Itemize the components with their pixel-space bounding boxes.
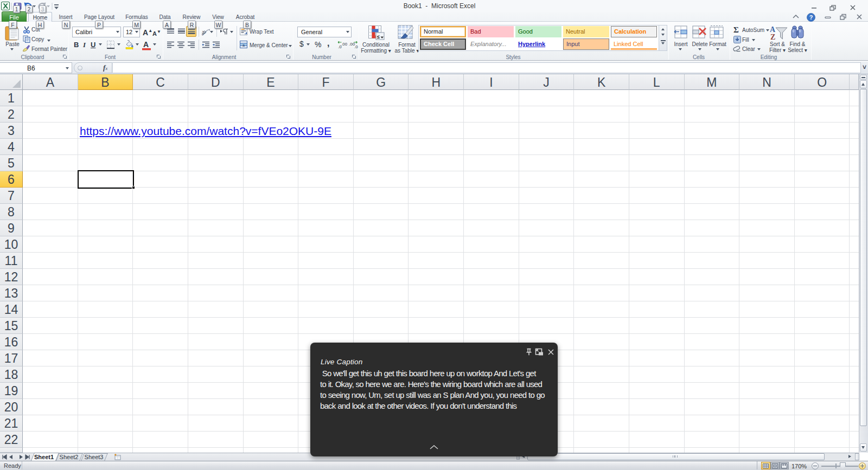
svg-text:.00: .00	[341, 42, 347, 47]
svg-text:?: ?	[809, 14, 813, 21]
svg-text:ab: ab	[202, 29, 207, 36]
svg-text:Z: Z	[770, 33, 775, 41]
svg-text:≤: ≤	[377, 34, 380, 40]
svg-text:.0: .0	[354, 44, 358, 49]
svg-text:a: a	[242, 43, 245, 47]
svg-text:A: A	[770, 25, 776, 34]
